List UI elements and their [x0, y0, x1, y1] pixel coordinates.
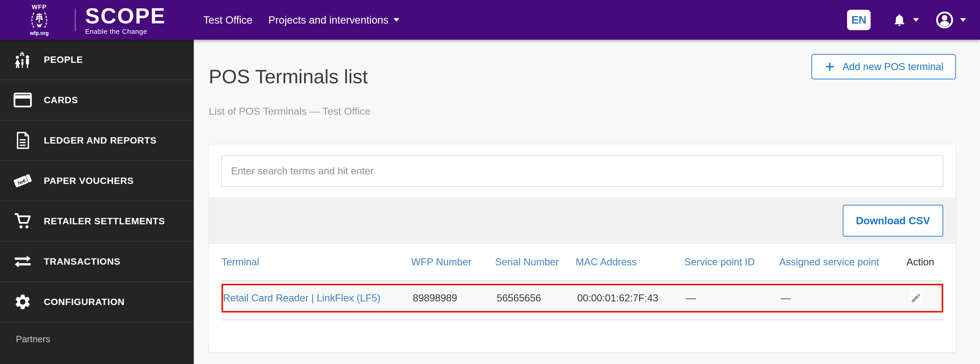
language-badge[interactable]: EN — [847, 10, 871, 30]
column-header-action: Action — [907, 256, 943, 268]
assigned-service-point-cell: — — [781, 292, 908, 304]
voucher-ticket-icon: №6 — [13, 173, 33, 189]
user-avatar-icon — [936, 11, 953, 29]
app-tagline: Enable the Change — [85, 28, 166, 35]
transfer-arrows-icon — [13, 255, 33, 268]
brand-divider — [75, 9, 76, 31]
edit-terminal-button[interactable] — [908, 287, 924, 309]
column-header-serial-number[interactable]: Serial Number — [495, 256, 576, 268]
sidebar-item-label: PAPER VOUCHERS — [44, 176, 134, 186]
column-header-wfp-number[interactable]: WFP Number — [411, 256, 495, 268]
pos-terminals-card: Download CSV Terminal WFP Number Serial … — [209, 144, 956, 353]
download-csv-button[interactable]: Download CSV — [843, 205, 943, 237]
table-header-divider — [221, 280, 943, 282]
shopping-cart-icon — [13, 212, 33, 230]
user-account-menu[interactable] — [936, 11, 966, 29]
app-header: WFP wfp.org SCO — [0, 0, 980, 40]
page-subtitle: List of POS Terminals — Test Office — [209, 105, 980, 117]
search-section — [209, 144, 956, 198]
app-name: SCOPE — [85, 5, 166, 27]
sidebar-item-configuration[interactable]: CONFIGURATION — [0, 282, 194, 322]
wfp-emblem: WFP wfp.org — [13, 4, 65, 36]
sidebar-item-people[interactable]: PEOPLE — [0, 40, 194, 80]
sidebar-item-ledger-and-reports[interactable]: LEDGER AND REPORTS — [0, 121, 194, 161]
header-right-controls: EN — [847, 10, 966, 30]
pos-terminals-table: Terminal WFP Number Serial Number MAC Ad… — [209, 243, 956, 352]
wfp-number-cell: 89898989 — [413, 292, 497, 304]
chevron-down-icon — [960, 18, 966, 22]
scope-wordmark: SCOPE Enable the Change — [85, 5, 166, 35]
plus-icon — [824, 61, 836, 73]
sidebar-item-paper-vouchers[interactable]: №6 PAPER VOUCHERS — [0, 161, 194, 201]
sidebar-item-label: PEOPLE — [44, 54, 83, 65]
table-row: Retail Card Reader | LinkFlex (LF5) 8989… — [221, 284, 943, 313]
sidebar-item-transactions[interactable]: TRANSACTIONS — [0, 242, 194, 282]
service-point-id-cell: — — [686, 292, 781, 304]
sidebar-item-label: CARDS — [44, 95, 78, 105]
mac-address-cell: 00:00:01:62:7F:43 — [577, 292, 686, 304]
bell-icon — [892, 13, 907, 27]
wfp-site-label: wfp.org — [30, 30, 49, 36]
wfp-wreath-icon — [29, 10, 49, 30]
gear-icon — [13, 293, 33, 311]
table-header-row: Terminal WFP Number Serial Number MAC Ad… — [221, 243, 943, 280]
table-row-divider — [221, 319, 943, 321]
card-bottom-space — [221, 321, 943, 352]
people-family-icon — [13, 50, 33, 69]
column-header-terminal[interactable]: Terminal — [221, 256, 411, 268]
main-content: Add new POS terminal POS Terminals list … — [194, 40, 980, 364]
notifications-menu[interactable] — [892, 13, 919, 27]
top-navigation: Test Office Projects and interventions — [203, 14, 399, 26]
sidebar-item-label: CONFIGURATION — [44, 297, 124, 307]
sidebar-item-retailer-settlements[interactable]: RETAILER SETTLEMENTS — [0, 201, 194, 242]
wfp-scope-logo: WFP wfp.org SCO — [13, 4, 166, 36]
serial-number-cell: 56565656 — [497, 292, 577, 304]
chevron-down-icon — [913, 18, 919, 22]
column-header-service-point-id[interactable]: Service point ID — [684, 256, 779, 268]
sidebar-item-label: TRANSACTIONS — [44, 256, 121, 267]
add-new-pos-terminal-button[interactable]: Add new POS terminal — [811, 54, 956, 79]
nav-projects-and-interventions[interactable]: Projects and interventions — [269, 14, 399, 26]
chevron-down-icon — [393, 18, 399, 22]
terminal-link[interactable]: Retail Card Reader | LinkFlex (LF5) — [223, 292, 413, 304]
sidebar-subitem-partners[interactable]: Partners — [0, 322, 194, 364]
search-input[interactable] — [221, 155, 943, 187]
column-header-mac-address[interactable]: MAC Address — [576, 256, 684, 268]
wfp-org-label: WFP — [32, 4, 47, 10]
sidebar-item-cards[interactable]: CARDS — [0, 80, 194, 121]
document-report-icon — [13, 132, 33, 149]
sidebar-item-label: LEDGER AND REPORTS — [44, 135, 157, 146]
sidebar-item-label: RETAILER SETTLEMENTS — [44, 216, 165, 227]
csv-toolbar: Download CSV — [209, 198, 956, 243]
pencil-icon — [910, 292, 922, 304]
nav-test-office[interactable]: Test Office — [203, 14, 252, 26]
sidebar-navigation: PEOPLE CARDS — [0, 40, 194, 364]
card-icon — [13, 92, 33, 108]
column-header-assigned-service-point[interactable]: Assigned service point — [779, 256, 907, 268]
